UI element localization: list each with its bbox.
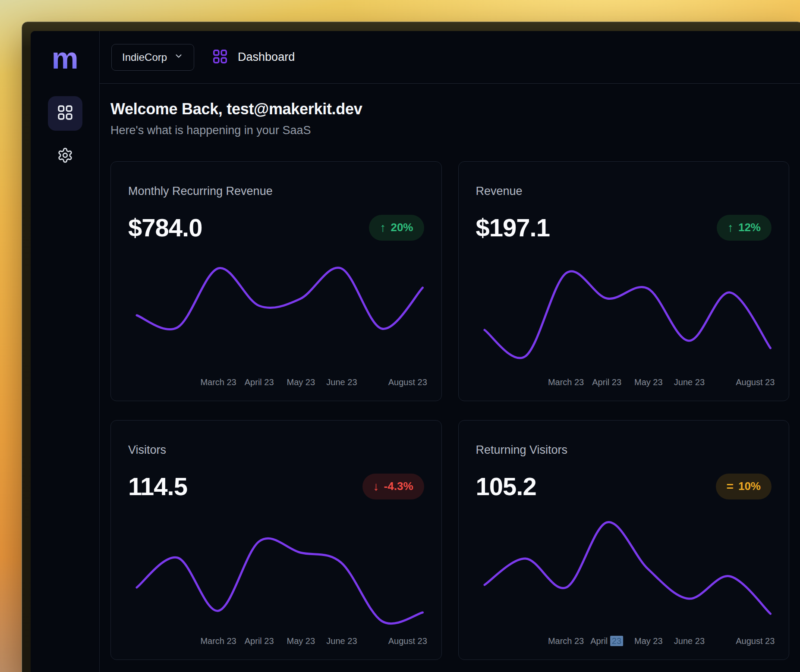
trend-value: 20%: [391, 221, 413, 234]
value-row: 114.5 ↓ -4.3%: [128, 471, 424, 502]
trend-value: 12%: [738, 221, 761, 234]
x-axis-labels: March 23April 23May 23June 23August 23: [476, 377, 772, 389]
welcome-heading: Welcome Back, test@makerkit.dev: [110, 100, 789, 118]
workspace-selector-button[interactable]: IndieCorp: [111, 44, 194, 71]
trend-badge: ↑ 12%: [717, 215, 772, 241]
axis-tick-label: June 23: [674, 636, 705, 646]
card-title: Revenue: [476, 184, 772, 198]
axis-tick-label: March 23: [200, 636, 236, 646]
sidebar-item-settings[interactable]: [55, 146, 76, 166]
axis-tick-label: May 23: [287, 636, 315, 646]
axis-tick-label: August 23: [388, 636, 427, 646]
app-window: m: [22, 22, 800, 672]
app-root: m: [31, 31, 800, 672]
main-content: Welcome Back, test@makerkit.dev Here's w…: [100, 84, 800, 672]
x-axis-labels: March 23April 23May 23June 23August 23: [128, 377, 424, 389]
chevron-down-icon: [174, 51, 183, 63]
axis-tick-label: March 23: [548, 636, 584, 646]
makerkit-logo: m: [51, 43, 78, 73]
axis-tick-label: June 23: [326, 636, 357, 646]
trend-value: 10%: [738, 480, 761, 493]
axis-tick-label: May 23: [287, 377, 315, 387]
metric-value: 105.2: [476, 471, 536, 502]
grid-icon: [57, 104, 74, 123]
axis-tick-label: April 23: [245, 636, 274, 646]
card-title: Visitors: [128, 443, 424, 457]
x-axis-labels: March 23April 23May 23June 23August 23: [476, 636, 772, 647]
workspace-name: IndieCorp: [122, 51, 167, 63]
trend-value: -4.3%: [384, 480, 413, 493]
gear-icon: [57, 147, 73, 165]
top-header: IndieCorp Dashboard: [100, 31, 800, 84]
value-row: $784.0 ↑ 20%: [128, 213, 424, 243]
card-returning-visitors: Returning Visitors 105.2 = 10% March 23A…: [458, 420, 790, 660]
arrow-down-icon: ↓: [373, 480, 379, 493]
grid-icon: [212, 48, 228, 66]
desktop-wallpaper: m: [0, 0, 800, 672]
arrow-up-icon: ↑: [728, 221, 734, 235]
page-title: Dashboard: [238, 50, 295, 64]
value-row: 105.2 = 10%: [476, 471, 772, 502]
welcome-subheading: Here's what is happening in your SaaS: [110, 123, 789, 137]
selected-text-highlight: 23: [610, 636, 623, 646]
axis-tick-label: April 23: [592, 377, 621, 387]
line-chart: [128, 514, 424, 634]
equals-icon: =: [727, 480, 734, 493]
axis-tick-label: August 23: [736, 377, 775, 387]
axis-tick-label: April 23: [590, 636, 623, 646]
breadcrumb: Dashboard: [212, 48, 295, 66]
trend-badge: = 10%: [716, 474, 772, 499]
card-monthly-recurring-revenue: Monthly Recurring Revenue $784.0 ↑ 20% M…: [110, 161, 442, 401]
axis-tick-label: March 23: [200, 377, 236, 387]
arrow-up-icon: ↑: [380, 221, 386, 235]
metric-value: $784.0: [128, 213, 202, 243]
axis-tick-label: March 23: [548, 377, 584, 387]
metrics-grid: Monthly Recurring Revenue $784.0 ↑ 20% M…: [110, 161, 789, 660]
card-revenue: Revenue $197.1 ↑ 12% March 23April 23May…: [458, 161, 790, 401]
trend-badge: ↓ -4.3%: [362, 474, 424, 499]
card-title: Monthly Recurring Revenue: [128, 184, 424, 198]
sidebar-item-dashboard[interactable]: [48, 96, 82, 131]
card-visitors: Visitors 114.5 ↓ -4.3% March 23April 23M…: [110, 420, 442, 660]
metric-value: $197.1: [476, 213, 550, 243]
line-chart: [476, 514, 772, 634]
axis-tick-label: August 23: [736, 636, 775, 646]
value-row: $197.1 ↑ 12%: [476, 213, 772, 243]
axis-tick-label: May 23: [634, 377, 663, 387]
metric-value: 114.5: [128, 471, 187, 502]
axis-tick-label: June 23: [326, 377, 357, 387]
line-chart: [476, 255, 772, 376]
axis-tick-label: June 23: [674, 377, 705, 387]
axis-tick-label: April 23: [245, 377, 274, 387]
card-title: Returning Visitors: [476, 443, 772, 457]
x-axis-labels: March 23April 23May 23June 23August 23: [128, 636, 424, 647]
trend-badge: ↑ 20%: [369, 215, 424, 241]
sidebar: m: [31, 31, 100, 672]
axis-tick-label: August 23: [388, 377, 427, 387]
axis-tick-label: May 23: [634, 636, 663, 646]
line-chart: [128, 255, 424, 376]
